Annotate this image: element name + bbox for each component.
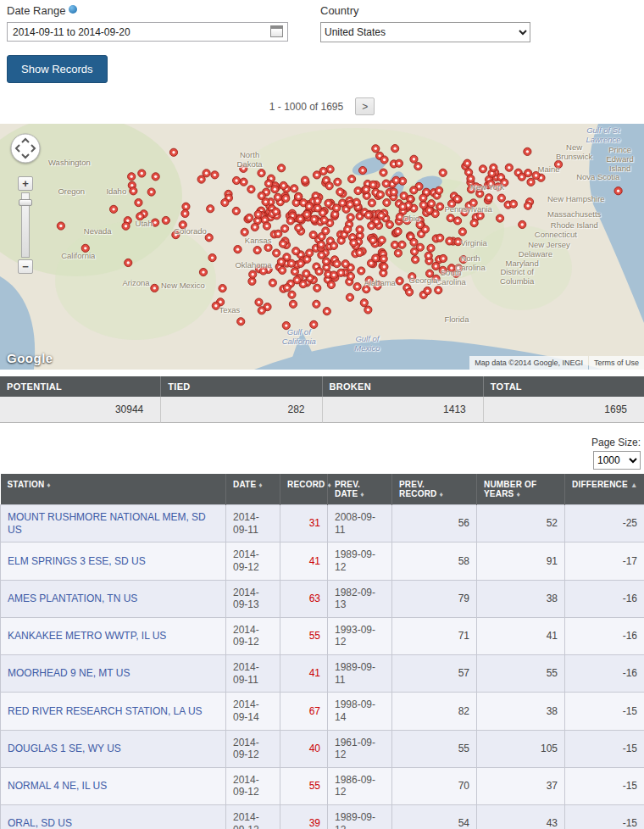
prev-record-cell: 82 xyxy=(392,693,477,730)
column-header-difference[interactable]: DIFFERENCE▲ xyxy=(565,474,644,505)
date-range-input[interactable] xyxy=(7,22,288,42)
station-cell: MOUNT RUSHMORE NATIONAL MEM, SD US xyxy=(1,505,226,542)
prev-date-cell: 2008-09-11 xyxy=(328,505,392,542)
summary-value-tied: 282 xyxy=(161,397,322,423)
date-cell: 2014-09-13 xyxy=(226,580,280,617)
column-label: NUMBER OF YEARS xyxy=(484,480,536,498)
show-records-button[interactable]: Show Records xyxy=(7,55,108,83)
date-cell: 2014-09-14 xyxy=(226,693,280,730)
summary-header-row: POTENTIALTIEDBROKENTOTAL xyxy=(0,376,644,397)
table-row: MOUNT RUSHMORE NATIONAL MEM, SD US2014-0… xyxy=(1,505,644,542)
station-link[interactable]: AMES PLANTATION, TN US xyxy=(8,593,137,604)
date-cell: 2014-09-11 xyxy=(226,655,280,693)
station-link[interactable]: MOUNT RUSHMORE NATIONAL MEM, SD US xyxy=(8,511,206,536)
column-header-prev-date[interactable]: PREV. DATE♦ xyxy=(328,474,392,505)
sort-icon: ♦ xyxy=(516,490,520,498)
difference-cell: -15 xyxy=(565,693,644,730)
page-size-group: Page Size: 1000 xyxy=(0,437,641,470)
sort-icon: ♦ xyxy=(47,481,51,489)
station-link[interactable]: DOUGLAS 1 SE, WY US xyxy=(8,743,121,754)
records-table: STATION♦DATE♦RECORD♦PREV. DATE♦PREV. REC… xyxy=(0,474,644,829)
difference-cell: -16 xyxy=(565,655,644,693)
calendar-icon[interactable] xyxy=(270,25,283,37)
date-cell: 2014-09-11 xyxy=(226,505,280,542)
table-row: ELM SPRINGS 3 ESE, SD US2014-09-12411989… xyxy=(1,542,644,580)
column-header-station[interactable]: STATION♦ xyxy=(1,474,226,505)
date-range-label: Date Range xyxy=(7,4,65,17)
date-range-group: Date Range xyxy=(7,3,288,42)
difference-cell: -15 xyxy=(565,730,644,767)
country-select[interactable]: United States xyxy=(320,22,530,42)
table-body: MOUNT RUSHMORE NATIONAL MEM, SD US2014-0… xyxy=(1,505,644,829)
date-cell: 2014-09-12 xyxy=(226,617,280,654)
prev-record-cell: 55 xyxy=(392,730,477,767)
station-link[interactable]: ELM SPRINGS 3 ESE, SD US xyxy=(8,555,146,567)
prev-record-cell: 79 xyxy=(392,580,477,617)
zoom-slider[interactable] xyxy=(21,192,30,258)
station-cell: MOORHEAD 9 NE, MT US xyxy=(1,655,226,693)
table-row: DOUGLAS 1 SE, WY US2014-09-12401961-09-1… xyxy=(1,730,644,767)
station-link[interactable]: ORAL, SD US xyxy=(8,817,72,829)
zoom-in-button[interactable]: + xyxy=(18,176,33,191)
prev-record-cell: 56 xyxy=(392,505,477,542)
prev-date-cell: 1993-09-12 xyxy=(328,617,392,654)
sort-icon: ♦ xyxy=(328,481,332,489)
prev-date-cell: 1961-09-12 xyxy=(328,730,392,767)
date-cell: 2014-09-12 xyxy=(226,730,280,767)
table-row: NORMAL 4 NE, IL US2014-09-12551986-09-12… xyxy=(1,767,644,804)
years-cell: 38 xyxy=(477,693,565,730)
prev-date-cell: 1982-09-13 xyxy=(328,580,392,617)
record-cell: 41 xyxy=(280,542,328,580)
column-label: PREV. RECORD xyxy=(399,480,437,498)
record-cell: 31 xyxy=(280,505,328,542)
prev-record-cell: 70 xyxy=(392,767,477,804)
sort-icon: ▲ xyxy=(630,481,638,489)
column-label: DATE xyxy=(233,480,256,489)
sort-icon: ♦ xyxy=(360,490,364,498)
column-label: RECORD xyxy=(287,480,325,489)
help-icon[interactable] xyxy=(69,5,77,14)
station-link[interactable]: RED RIVER RESEARCH STATION, LA US xyxy=(8,705,203,717)
years-cell: 52 xyxy=(477,505,565,542)
prev-date-cell: 1998-09-14 xyxy=(328,693,392,730)
summary-value-row: 3094428214131695 xyxy=(0,397,644,423)
column-header-date[interactable]: DATE♦ xyxy=(226,474,280,505)
pagination-range: 1 - 1000 of 1695 xyxy=(269,101,343,113)
table-row: KANKAKEE METRO WWTP, IL US2014-09-125519… xyxy=(1,617,644,654)
station-link[interactable]: MOORHEAD 9 NE, MT US xyxy=(8,667,130,679)
zoom-out-button[interactable]: − xyxy=(18,259,33,274)
next-page-button[interactable]: > xyxy=(355,97,375,115)
summary-value-potential: 30944 xyxy=(0,397,161,423)
summary-header-tied: TIED xyxy=(161,376,322,397)
prev-date-cell: 1989-09-12 xyxy=(328,805,392,829)
record-cell: 40 xyxy=(280,730,328,767)
date-cell: 2014-09-12 xyxy=(226,805,280,829)
summary-table: POTENTIALTIEDBROKENTOTAL 309442821413169… xyxy=(0,376,644,423)
record-cell: 63 xyxy=(280,580,328,617)
summary-header-broken: BROKEN xyxy=(323,376,484,397)
column-header-record[interactable]: RECORD♦ xyxy=(280,474,328,505)
table-row: AMES PLANTATION, TN US2014-09-13631982-0… xyxy=(1,580,644,617)
google-logo[interactable]: Google xyxy=(7,351,53,365)
station-cell: ORAL, SD US xyxy=(1,805,226,829)
difference-cell: -15 xyxy=(565,767,644,804)
record-cell: 41 xyxy=(280,655,328,693)
zoom-slider-handle[interactable] xyxy=(19,199,32,206)
prev-date-cell: 1989-09-11 xyxy=(328,655,392,693)
column-label: DIFFERENCE xyxy=(572,480,628,489)
column-header-number-of-years[interactable]: NUMBER OF YEARS♦ xyxy=(477,474,565,505)
column-header-prev-record[interactable]: PREV. RECORD♦ xyxy=(392,474,477,505)
prev-record-cell: 58 xyxy=(392,542,477,580)
page-size-select[interactable]: 1000 xyxy=(593,451,641,470)
map-pan-control[interactable] xyxy=(9,132,42,164)
station-link[interactable]: KANKAKEE METRO WWTP, IL US xyxy=(8,630,166,642)
years-cell: 38 xyxy=(477,580,565,617)
map[interactable]: WashingtonOregonIdahoNorth DakotaNevadaU… xyxy=(0,124,644,370)
record-cell: 67 xyxy=(280,693,328,730)
prev-date-cell: 1986-09-12 xyxy=(328,767,392,804)
summary-header-total: TOTAL xyxy=(484,376,644,397)
record-cell: 39 xyxy=(280,805,328,829)
terms-of-use-link[interactable]: Terms of Use xyxy=(589,356,644,370)
station-link[interactable]: NORMAL 4 NE, IL US xyxy=(8,780,107,792)
column-label: PREV. DATE xyxy=(335,480,360,498)
